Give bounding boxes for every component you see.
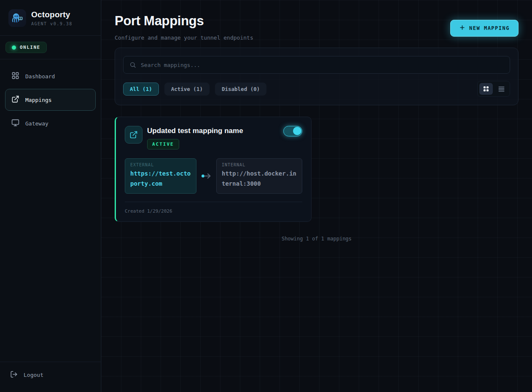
toolbar-panel: All (1) Active (1) Disabled (0) [115,48,519,105]
created-date: Created 1/29/2026 [125,202,302,214]
page-header: Port Mappings Configure and manage your … [115,0,519,41]
new-mapping-label: NEW MAPPING [469,25,510,31]
grid-view-button[interactable] [479,83,493,95]
filter-all[interactable]: All (1) [123,83,159,96]
mapping-enabled-toggle[interactable] [283,126,302,136]
sidebar-item-dashboard[interactable]: Dashboard [5,65,96,87]
page-header-text: Port Mappings Configure and manage your … [115,13,253,41]
sidebar-item-label: Dashboard [25,73,55,80]
external-label: EXTERNAL [130,163,191,167]
mapping-card-header: Updated test mapping name ACTIVE [125,126,302,149]
filter-disabled[interactable]: Disabled (0) [215,83,266,96]
logout-label: Logout [24,372,43,378]
toggle-knob [293,127,301,135]
sidebar-item-mappings[interactable]: Mappings [5,89,96,111]
online-dot-icon [12,45,16,50]
external-link-icon [11,95,19,104]
mapping-cards-grid: Updated test mapping name ACTIVE EXTERNA… [115,117,519,222]
list-view-icon [498,86,505,92]
external-link-icon [125,126,142,144]
sidebar-item-label: Mappings [25,97,52,103]
sidebar: Octoporty AGENT v0.9.38 ONLINE Dashboard [0,0,101,392]
sidebar-item-label: Gateway [25,120,48,127]
external-url: https://test.octoporty.com [130,168,191,189]
dot-arrow-icon [196,172,216,180]
sidebar-item-gateway[interactable]: Gateway [5,112,96,134]
octopus-logo-icon [8,9,26,27]
external-endpoint-box: EXTERNAL https://test.octoporty.com [125,158,196,194]
main-content: Port Mappings Configure and manage your … [101,0,532,392]
online-status-text: ONLINE [20,45,40,50]
mapping-title-block: Updated test mapping name ACTIVE [147,126,243,149]
internal-label: INTERNAL [222,163,297,167]
online-status-badge: ONLINE [5,42,47,53]
filter-active[interactable]: Active (1) [164,83,210,96]
grid-view-icon [483,86,489,92]
search-icon [129,61,136,68]
endpoints-row: EXTERNAL https://test.octoporty.com INTE… [125,158,302,194]
new-mapping-button[interactable]: NEW MAPPING [450,20,519,37]
monitor-icon [11,119,19,128]
internal-endpoint-box: INTERNAL http://host.docker.internal:300… [216,158,302,194]
brand-text: Octoporty AGENT v0.9.38 [31,10,73,26]
results-summary: Showing 1 of 1 mappings [115,236,519,242]
mapping-title: Updated test mapping name [147,127,243,135]
logout-icon [10,371,18,379]
dashboard-grid-icon [11,72,19,81]
filter-row: All (1) Active (1) Disabled (0) [123,81,510,97]
page-subtitle: Configure and manage your tunnel endpoin… [115,35,253,41]
search-input[interactable] [141,62,504,68]
sidebar-footer: Logout [0,362,101,392]
page-title: Port Mappings [115,13,253,29]
search-box[interactable] [123,56,510,74]
mapping-card[interactable]: Updated test mapping name ACTIVE EXTERNA… [115,117,312,222]
status-section: ONLINE [0,36,101,59]
plus-icon [459,24,465,32]
internal-url: http://host.docker.internal:3000 [222,168,297,189]
brand-header: Octoporty AGENT v0.9.38 [0,0,101,36]
sidebar-nav: Dashboard Mappings Gateway [0,59,101,140]
app-name: Octoporty [31,10,73,19]
view-toggle [477,81,510,97]
list-view-button[interactable] [494,83,508,95]
status-badge: ACTIVE [147,139,179,149]
logout-button[interactable]: Logout [10,371,91,379]
agent-version: AGENT v0.9.38 [31,21,73,26]
